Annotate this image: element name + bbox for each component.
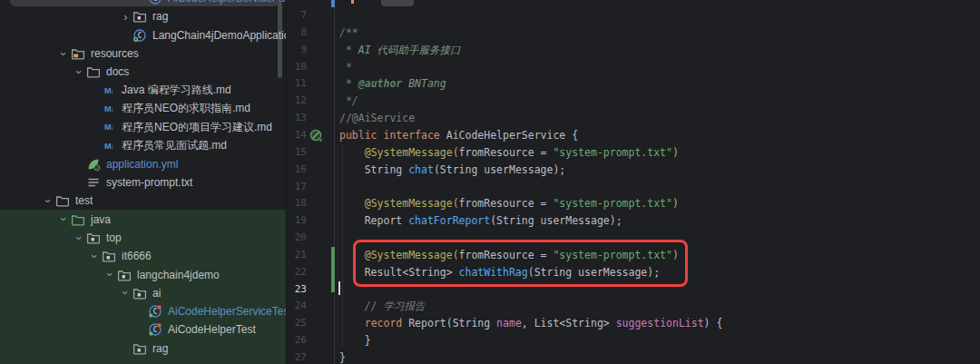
tree-item-label: 程序员NEO的项目学习建议.md [122,120,272,135]
tree-item[interactable]: system-prompt.txt [0,173,286,192]
line-number[interactable]: 18 [287,195,307,212]
line-number[interactable]: 21 [287,247,307,264]
code-line-text[interactable]: //@AiService [339,110,415,127]
line-number[interactable]: 20 [287,230,307,247]
code-line-text[interactable]: record Report(String name, List<String> … [339,315,722,332]
line-number[interactable]: 24 [287,298,307,315]
code-line-9[interactable]: 9 * AI 代码助手服务接口 [287,42,980,59]
chevron-expanded-icon[interactable]: › [103,269,117,280]
tree-item[interactable]: M↓程序员NEO的项目学习建议.md [0,118,286,136]
code-token: /** [339,26,358,39]
chevron-expanded-icon[interactable]: › [57,48,71,60]
code-line-13[interactable]: 13//@AiService [287,110,980,127]
code-line-26[interactable]: 26 } [287,332,980,349]
line-number[interactable]: 26 [287,332,307,349]
code-token: , List<String> [522,317,616,330]
code-line-25[interactable]: 25 record Report(String name, List<Strin… [287,315,980,332]
code-line-text[interactable]: * AI 代码助手服务接口 [339,42,461,59]
code-line-14[interactable]: 14public interface AiCodeHelperService { [287,127,980,144]
tree-item[interactable]: M↓程序员常见面试题.md [0,136,286,154]
code-line-10[interactable]: 10 * [287,59,980,76]
line-number[interactable]: 25 [287,315,307,332]
tree-item[interactable]: application.yml [0,155,286,173]
code-line-text[interactable]: public interface AiCodeHelperService { [339,127,578,144]
code-line-15[interactable]: 15 @SystemMessage(fromResource = "system… [287,144,980,162]
code-line-text[interactable]: Report chatForReport(String userMessage)… [339,212,622,230]
tree-item[interactable]: › langchain4jdemo [0,265,286,283]
code-line-text[interactable]: String chat(String userMessage); [339,162,565,179]
line-number[interactable]: 10 [287,59,307,76]
line-number[interactable]: 8 [287,25,307,42]
code-line-12[interactable]: 12 */ [287,93,980,110]
code-line-19[interactable]: 19 Report chatForReport(String userMessa… [287,212,980,230]
line-number[interactable]: 17 [287,179,307,196]
tree-item-label: AiCodeHelperTest [168,323,256,336]
line-number[interactable]: 16 [287,162,307,179]
package-icon [117,268,132,282]
code-line-24[interactable]: 24 // 学习报告 [287,298,980,315]
tree-item[interactable]: CAiCodeHelperTest [0,320,286,339]
code-line-text[interactable]: // 学习报告 [339,298,425,315]
package-icon [132,286,147,300]
code-token [339,317,365,330]
line-number[interactable]: 19 [287,212,307,230]
code-line-16[interactable]: 16 String chat(String userMessage); [287,162,980,179]
code-token: ) { [704,317,723,330]
tree-item[interactable]: CLangChain4jDemoApplication [0,26,286,44]
line-number[interactable]: 11 [287,75,307,93]
code-line-text[interactable]: * @author BNTang [339,75,446,93]
line-number[interactable]: 7 [287,7,307,25]
line-number[interactable]: 27 [287,349,307,364]
tree-item[interactable]: M↓Java 编程学习路线.md [0,81,286,99]
code-line-text[interactable]: } [339,349,346,364]
chevron-expanded-icon[interactable]: › [57,213,71,225]
tree-item[interactable]: › test [0,192,286,210]
code-editor[interactable]: 78/**9 * AI 代码助手服务接口10 *11 * @author BNT… [287,0,980,364]
tree-item[interactable]: › java [0,211,286,229]
code-line-18[interactable]: 18 @SystemMessage(fromResource = "system… [287,195,980,212]
chevron-expanded-icon[interactable]: › [42,195,55,207]
code-line-27[interactable]: 27} [287,349,980,364]
code-line-text[interactable]: } [339,332,371,349]
chevron-collapsed-icon[interactable]: › [119,11,132,23]
vcs-added-marker [331,247,335,292]
code-token: "system-prompt.txt" [553,146,672,159]
line-number[interactable]: 12 [287,93,307,110]
code-line-text[interactable]: */ [339,93,358,110]
line-number[interactable]: 22 [287,264,307,281]
line-number[interactable]: 15 [287,144,307,162]
code-line-17[interactable]: 17 [287,179,980,196]
code-line-11[interactable]: 11 * @author BNTang [287,75,980,93]
tree-item[interactable]: › docs [0,63,286,81]
tree-item[interactable]: › top [0,229,286,247]
line-number[interactable]: 23 [287,281,307,299]
code-token: * [339,44,358,56]
tree-item[interactable]: › it6666 [0,247,286,265]
chevron-expanded-icon[interactable]: › [119,287,132,299]
line-number[interactable]: 9 [287,42,307,59]
line-number[interactable]: 13 [287,110,307,127]
code-line-text[interactable]: @SystemMessage(fromResource = "system-pr… [339,144,679,162]
code-line-7[interactable]: 7 [287,7,980,25]
tree-item[interactable]: rag [0,339,286,358]
line-number[interactable]: 14 [287,127,307,144]
tree-item[interactable]: › resources [0,44,286,63]
tree-item[interactable]: CAiCodeHelperServiceTest [0,302,286,320]
code-line-8[interactable]: 8/** [287,25,980,42]
code-token: } [339,334,371,347]
gutter-run-icon[interactable] [309,129,323,143]
chevron-expanded-icon[interactable]: › [88,251,102,262]
chevron-expanded-icon[interactable]: › [73,66,86,78]
code-line-text[interactable]: /** [339,25,358,42]
tree-item[interactable]: › rag [0,7,286,25]
chevron-expanded-icon[interactable]: › [73,232,86,244]
tree-item[interactable]: M↓程序员NEO的求职指南.md [0,100,286,118]
folded-region-box[interactable] [381,0,414,6]
tree-item-label: rag [152,342,168,355]
code-line-text[interactable]: @SystemMessage(fromResource = "system-pr… [339,195,679,212]
tree-item[interactable]: CAiCodeHelperServiceFactory [0,0,286,7]
class-boot-icon: C [132,28,147,43]
tree-item[interactable]: › ai [0,284,286,302]
code-line-text[interactable]: * [339,59,352,76]
package-icon [132,341,147,356]
